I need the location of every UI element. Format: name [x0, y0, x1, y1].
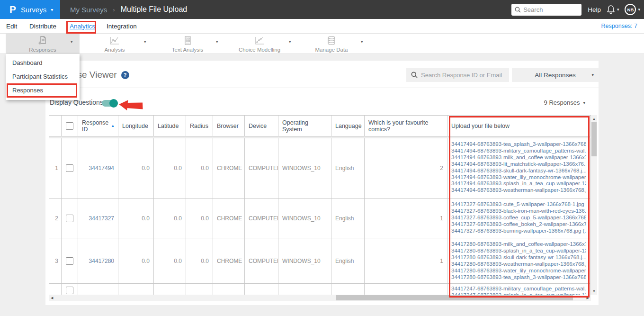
global-search[interactable] [511, 4, 581, 16]
responses-count-dropdown[interactable]: 9 Responses ▾ [544, 99, 585, 106]
header-device[interactable]: Device [245, 116, 278, 136]
display-questions-toggle[interactable] [102, 100, 117, 107]
response-id-value[interactable] [78, 284, 118, 295]
toolbar-analysis-caret-icon[interactable]: ▾ [144, 39, 146, 44]
menu-item-dashboard[interactable]: Dashboard [12, 59, 43, 66]
help-question-icon[interactable]: ? [121, 71, 129, 79]
responses-count-link[interactable]: Responses: 7 [601, 19, 637, 33]
header-upload-question[interactable]: Upload your file below [447, 116, 590, 136]
toolbar-manage-data-caret-icon[interactable]: ▾ [361, 39, 363, 44]
uploaded-file-link[interactable]: 34417494-68763893-lit_matchstick-wallpap… [451, 161, 586, 168]
uploaded-file-link[interactable]: 34417494-68763893-tea_splash_3-wallpaper… [451, 141, 586, 148]
response-search-input[interactable] [421, 72, 504, 79]
breadcrumb: My Surveys › Multiple File Upload [70, 0, 187, 19]
header-operating-system[interactable]: Operating System [278, 116, 331, 136]
row-checkbox[interactable] [66, 257, 73, 265]
tab-edit[interactable]: Edit [6, 19, 17, 33]
uploaded-file-link[interactable]: 34417494-68763893-splash_in_a_tea_cup-wa… [451, 181, 586, 187]
response-search[interactable] [406, 68, 509, 82]
header-response-id[interactable]: Response ID▲ [78, 116, 118, 136]
breadcrumb-my-surveys[interactable]: My Surveys [70, 6, 107, 14]
tab-integration[interactable]: Integration [107, 19, 137, 33]
uploaded-file-link[interactable]: 34417494-68763893-skull-dark-fantasy-wr-… [451, 168, 586, 174]
longitude-value: 0.0 [118, 238, 154, 284]
toolbar-responses[interactable]: Responses [6, 34, 80, 54]
table-header-row: Response ID▲ Longitude Latitude Radius B… [49, 116, 591, 136]
latitude-value: 0.0 [154, 199, 186, 238]
uploaded-file-link[interactable]: 34417327-68763893-black-iron-man-with-re… [451, 208, 586, 215]
avatar[interactable]: NB [625, 4, 636, 15]
uploaded-file-link[interactable]: 34417280-68763893-tea_splash_3-wallpaper… [451, 274, 586, 281]
row-number: 3 [49, 238, 62, 284]
uploaded-files-list: 34417247-68763893-military_camouflage_pa… [447, 284, 590, 295]
product-switcher[interactable]: P Surveys ▾ [0, 0, 60, 19]
global-search-input[interactable] [523, 6, 579, 13]
breadcrumb-separator: › [113, 6, 115, 13]
header-longitude[interactable]: Longitude [118, 116, 154, 136]
choice-modelling-icon [254, 35, 265, 46]
scroll-right-icon[interactable]: ▶ [587, 296, 589, 299]
all-responses-filter[interactable]: All Responses ▾ [512, 68, 599, 82]
response-id-value[interactable]: 34417280 [78, 238, 118, 284]
row-number: 1 [49, 138, 62, 199]
vertical-scrollbar[interactable]: ▲ ▼ [591, 115, 597, 295]
row-checkbox[interactable] [66, 164, 73, 172]
toolbar-text-analysis[interactable]: Text Analysis [154, 34, 221, 54]
tab-distribute[interactable]: Distribute [29, 19, 56, 33]
toolbar-responses-label: Responses [29, 47, 56, 53]
help-link[interactable]: Help [588, 6, 601, 13]
device-value: COMPUTER [245, 199, 278, 238]
header-latitude[interactable]: Latitude [154, 116, 186, 136]
horizontal-scrollbar-thumb[interactable] [336, 295, 573, 300]
response-id-value[interactable]: 34417494 [78, 138, 118, 199]
all-responses-filter-label: All Responses [535, 72, 575, 79]
notifications-bell-icon [607, 5, 615, 14]
uploaded-file-link[interactable]: 34417280-68763893-splash_in_a_tea_cup-wa… [451, 248, 586, 254]
tab-analytics[interactable]: Analytics [70, 19, 95, 33]
scroll-up-icon[interactable]: ▲ [592, 117, 596, 120]
toolbar-manage-data[interactable]: Manage Data [298, 34, 365, 54]
header-browser[interactable]: Browser [213, 116, 245, 136]
toolbar-choice-modelling-caret-icon[interactable]: ▾ [289, 39, 291, 44]
uploaded-file-link[interactable]: 34417280-68763893-skull-dark-fantasy-wr-… [451, 254, 586, 261]
os-value: WINDOWS_10 [278, 138, 331, 199]
row-checkbox[interactable] [66, 215, 73, 222]
uploaded-file-link[interactable]: 34417247-68763893-military_camouflage_pa… [451, 286, 586, 292]
select-all-checkbox[interactable] [66, 122, 73, 130]
uploaded-file-link[interactable]: 34417327-68763893-burning-wallpaper-1366… [451, 228, 586, 235]
scroll-left-icon[interactable]: ◀ [51, 296, 53, 299]
menu-item-participant-statistics[interactable]: Participant Statistics [12, 73, 68, 80]
notifications-menu[interactable]: ▾ [607, 5, 619, 14]
table-row: 2 34417327 0.0 0.0 0.0 CHROME COMPUTER W… [49, 199, 591, 238]
uploaded-file-link[interactable]: 34417494-68763893-water_lily_monochrome-… [451, 174, 586, 181]
uploaded-file-link[interactable]: 34417280-68763893-water_lily_monochrome-… [451, 268, 586, 274]
horizontal-scrollbar[interactable]: ◀ ▶ [49, 295, 591, 301]
toolbar-responses-caret-icon[interactable]: ▾ [71, 39, 73, 44]
header-language[interactable]: Language [331, 116, 365, 136]
browser-value: CHROME [213, 199, 245, 238]
comics-answer-value: 2 [365, 138, 447, 199]
header-radius[interactable]: Radius [186, 116, 213, 136]
comics-answer-value [365, 284, 447, 295]
uploaded-file-link[interactable]: 34417494-68763893-weatherman-wallpaper-1… [451, 187, 586, 194]
uploaded-file-link[interactable]: 34417327-68763893-coffee_cup_5-wallpaper… [451, 215, 586, 221]
uploaded-file-link[interactable]: 34417327-68763893-coffee_bokeh_2-wallpap… [451, 221, 586, 228]
manage-data-icon [326, 35, 337, 46]
uploaded-file-link[interactable]: 34417494-68763893-milk_and_coffee-wallpa… [451, 154, 586, 161]
header-comics-question[interactable]: Which is your favourite comics? [365, 116, 447, 136]
response-id-value[interactable]: 34417327 [78, 199, 118, 238]
menu-item-responses[interactable]: Responses [12, 87, 43, 94]
radius-value: 0.0 [186, 138, 213, 199]
row-checkbox[interactable] [66, 287, 73, 294]
uploaded-file-link[interactable]: 34417280-68763893-weatherman-wallpaper-1… [451, 261, 586, 268]
toolbar-choice-modelling[interactable]: Choice Modelling [226, 34, 293, 54]
uploaded-file-link[interactable]: 34417494-68763893-military_camouflage_pa… [451, 148, 586, 154]
uploaded-file-link[interactable]: 34417327-68763893-cute_5-wallpaper-1366x… [451, 201, 586, 208]
toolbar-text-analysis-caret-icon[interactable]: ▾ [216, 39, 218, 44]
chevron-down-icon: ▾ [51, 7, 53, 12]
toolbar-analysis[interactable]: Analysis [81, 34, 148, 54]
table-row: 3 34417280 0.0 0.0 0.0 CHROME COMPUTER W… [49, 238, 591, 284]
scroll-down-icon[interactable]: ▼ [592, 289, 596, 293]
vertical-scrollbar-thumb[interactable] [591, 122, 597, 156]
uploaded-file-link[interactable]: 34417280-68763893-milk_and_coffee-wallpa… [451, 241, 586, 248]
